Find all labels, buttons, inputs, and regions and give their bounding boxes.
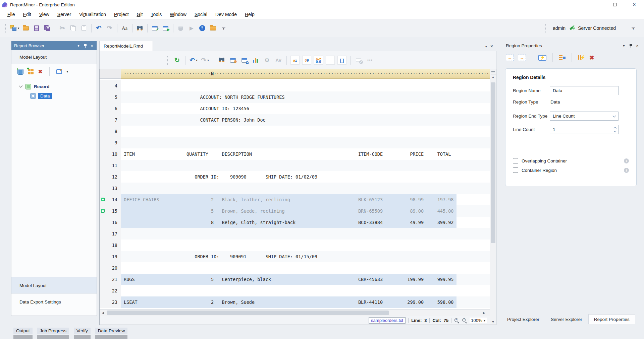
stepper-arrows[interactable] <box>614 127 616 132</box>
editor-redo-button[interactable]: ↷▾ <box>200 55 210 66</box>
collapse-chevron-icon[interactable] <box>19 84 22 87</box>
menu-help[interactable]: Help <box>241 10 258 18</box>
editor-line-10[interactable]: 10ITEM QUANTITY DESCRIPTION ITEM-CODE PR… <box>100 148 496 160</box>
editor-undo-button[interactable]: ↶▾ <box>188 55 199 66</box>
tab-job-progress[interactable]: Job Progress <box>37 328 69 339</box>
preview-data-button[interactable] <box>239 55 250 66</box>
document-close-icon[interactable]: × <box>490 44 493 49</box>
editor-line-14[interactable]: 14OFFICE CHAIRS 2 Black, leather, reclin… <box>100 194 496 205</box>
more-commands-button[interactable]: ••• <box>365 55 375 66</box>
refresh-button[interactable]: ↻ <box>172 55 182 66</box>
document-list-chevron-icon[interactable]: ▾ <box>485 45 487 48</box>
tab-reportmodel1[interactable]: ReportModel1.Rmd <box>99 41 153 51</box>
line-text[interactable]: ITEM QUANTITY DESCRIPTION ITEM-CODE PRIC… <box>121 148 496 160</box>
editor-line-16[interactable]: 16 8 Beige, Cloth, straight-back BCO-338… <box>100 217 496 228</box>
export-model-icon[interactable]: ↗ <box>56 69 62 74</box>
auto-create-fields-button[interactable]: ⚙ <box>227 55 238 66</box>
cut-button[interactable]: ✂ <box>57 23 68 33</box>
tab-data-preview[interactable]: Data Preview <box>95 328 127 339</box>
editor-line-9[interactable]: 9 <box>100 137 496 148</box>
menu-social[interactable]: Social <box>191 10 211 18</box>
view-model-layout[interactable]: Model Layout <box>11 277 97 294</box>
deploy-button[interactable]: ▶ <box>186 23 197 33</box>
chevron-down-icon[interactable]: ▾ <box>18 26 19 30</box>
font-options-button[interactable]: Av <box>273 55 284 66</box>
editor-line-15[interactable]: 15 5 Brown, Suede, reclining BRN-65509 8… <box>100 205 496 217</box>
editor-line-22[interactable]: 22 <box>100 285 496 296</box>
database-button[interactable] <box>175 23 186 33</box>
region-properties-titlebar[interactable]: Region Properties ▾ × <box>500 41 641 50</box>
menu-git[interactable]: Git <box>133 10 146 18</box>
region-end-type-select[interactable]: Line Count <box>550 112 619 121</box>
editor-line-11[interactable]: 11 <box>100 160 496 171</box>
line-text[interactable]: RUGS 5 Centerpiece, black CBR-45633 199.… <box>121 274 496 285</box>
font-button[interactable]: Aa <box>119 23 130 33</box>
line-text[interactable]: OFFICE CHAIRS 2 Black, leather, reclinin… <box>121 194 496 205</box>
panel-close-icon[interactable]: × <box>635 43 640 48</box>
pattern-numbers-button[interactable]: 09 <box>301 55 312 66</box>
scroll-right-icon[interactable]: ▶ <box>481 311 487 315</box>
line-text[interactable]: ORDER ID: 909091 SHIP DATE: 01/15/09 <box>121 251 496 262</box>
tab-project-explorer[interactable]: Project Explorer <box>502 314 545 324</box>
info-icon[interactable]: i <box>624 168 629 173</box>
line-text[interactable] <box>121 126 496 137</box>
editor-line-12[interactable]: 12 ORDER ID: 909090 SHIP DATE: 01/02/09 <box>100 171 496 183</box>
tab-verify[interactable]: Verify <box>74 328 91 339</box>
editor-line-19[interactable]: 19 ORDER ID: 909091 SHIP DATE: 01/15/09 <box>100 251 496 262</box>
region-start-marker-icon[interactable] <box>101 209 105 213</box>
menu-tools[interactable]: Tools <box>147 10 165 18</box>
line-text[interactable] <box>121 80 496 91</box>
horizontal-scrollbar[interactable]: ◀ ▶ <box>100 309 496 316</box>
checkbox[interactable] <box>513 167 518 173</box>
menu-window[interactable]: Window <box>166 10 190 18</box>
vertical-scroll-track[interactable] <box>490 80 496 319</box>
line-text[interactable] <box>121 137 496 148</box>
menu-view[interactable]: View <box>36 10 53 18</box>
line-text[interactable] <box>121 183 496 194</box>
menu-virtualization[interactable]: Virtualization <box>76 10 109 18</box>
tab-report-properties[interactable]: Report Properties <box>588 314 635 324</box>
zoom-level-select[interactable]: 100%▾ <box>470 318 487 323</box>
chevron-down-icon[interactable]: ▾ <box>207 59 209 62</box>
vertical-scrollbar[interactable]: ▲ ▼ <box>490 69 496 325</box>
chevron-down-icon[interactable]: ▾ <box>67 70 68 73</box>
add-fields-icon[interactable] <box>28 69 34 74</box>
toolbar-grip[interactable] <box>5 24 6 32</box>
line-count-stepper[interactable]: 1 <box>550 125 619 134</box>
source-file-badge[interactable]: sampleorders.txt <box>369 317 406 324</box>
zoom-out-icon[interactable]: − <box>454 318 459 323</box>
save-button[interactable] <box>31 23 42 33</box>
line-text[interactable] <box>121 228 496 240</box>
auto-parse-icon[interactable]: ⚡ <box>578 55 585 60</box>
line-text[interactable]: ACCOUNT: NORTH RIDGE FURNITURES <box>121 91 496 103</box>
editor-line-23[interactable]: 23LSEAT 2 Brown, Suede BLR-44110 299.00 … <box>100 296 496 308</box>
toolbar-grip[interactable] <box>167 56 168 65</box>
tree-node-data[interactable]: Data <box>11 91 97 100</box>
editor-line-6[interactable]: 6 ACCOUNT ID: 123456 <box>100 103 496 114</box>
add-region-icon[interactable] <box>17 69 23 75</box>
view-data-export-settings[interactable]: Data Export Settings <box>11 294 97 310</box>
menu-file[interactable]: File <box>4 10 18 18</box>
pin-icon[interactable] <box>83 44 88 48</box>
info-icon[interactable]: i <box>624 158 629 163</box>
pin-icon[interactable] <box>628 44 633 48</box>
verify-button[interactable]: ✓ <box>150 23 160 33</box>
editor-line-18[interactable]: 18 <box>100 240 496 251</box>
pattern-space-button[interactable]: _ <box>325 55 336 66</box>
editor-line-17[interactable]: 17 <box>100 228 496 240</box>
scroll-down-icon[interactable]: ▼ <box>492 319 495 325</box>
delete-region-icon[interactable]: ✖ <box>589 54 594 61</box>
line-text[interactable] <box>121 160 496 171</box>
open-button[interactable] <box>20 23 31 33</box>
line-text[interactable]: CONTACT PERSON: John Doe <box>121 114 496 126</box>
tree-label-data[interactable]: Data <box>38 93 52 99</box>
close-button[interactable]: × <box>625 0 644 9</box>
split-handle-icon[interactable] <box>491 70 496 74</box>
pattern-brackets-button[interactable]: [ ] <box>336 55 347 66</box>
region-name-input[interactable] <box>550 86 619 95</box>
editor-line-4[interactable]: 4 <box>100 80 496 91</box>
line-text[interactable] <box>121 285 496 296</box>
panel-close-icon[interactable]: × <box>89 43 95 48</box>
line-text[interactable]: 8 Beige, Cloth, straight-back BCO-33884 … <box>121 217 496 228</box>
line-text[interactable] <box>121 240 496 251</box>
